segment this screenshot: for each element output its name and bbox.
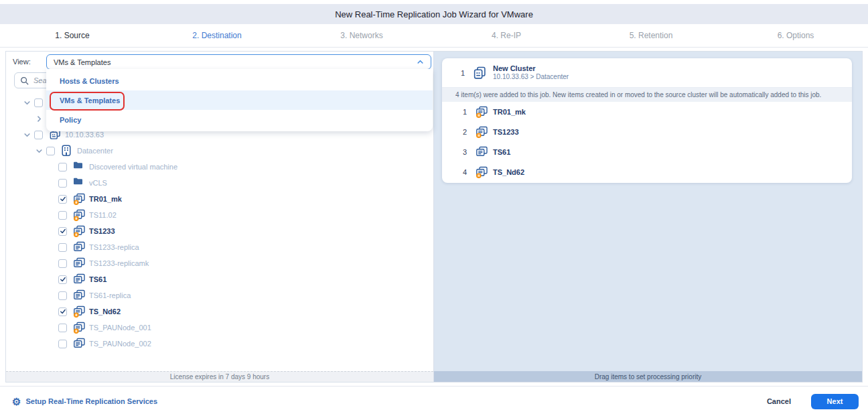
chevron-down-icon[interactable] — [23, 99, 31, 107]
wizard-steps: 1. Source2. Destination3. Networks4. Re-… — [0, 24, 868, 48]
tree-item-label: TR01_mk — [89, 195, 122, 203]
cluster-name: New Cluster — [493, 64, 569, 73]
checkbox-unchecked[interactable] — [58, 259, 67, 268]
vm-icon — [73, 338, 86, 350]
cancel-button[interactable]: Cancel — [767, 397, 791, 405]
dropdown-option-hosts-clusters[interactable]: Hosts & Clusters — [46, 71, 433, 90]
checkbox-unchecked[interactable] — [58, 163, 67, 171]
priority-index: 2 — [458, 128, 472, 136]
vm-paused-icon — [476, 166, 488, 178]
checkbox-checked[interactable] — [58, 275, 67, 284]
view-select-value: VMs & Templates — [54, 58, 417, 66]
vm-paused-icon — [73, 305, 86, 318]
checkbox-unchecked[interactable] — [58, 340, 67, 348]
step-options[interactable]: 6. Options — [723, 24, 868, 47]
tree-item-ts-paunode-002[interactable]: TS_PAUNode_002 — [6, 336, 432, 352]
tree-item-datacenter[interactable]: Datacenter — [6, 143, 432, 159]
source-panel: View: VMs & Templates 10.10.33.63Datacen… — [6, 52, 434, 382]
priority-item-ts1233[interactable]: 2 TS1233 — [442, 122, 852, 142]
checkbox-unchecked[interactable] — [58, 243, 67, 252]
setup-services-link[interactable]: ⚙ Setup Real-Time Replication Services — [12, 397, 157, 407]
cluster-card-header[interactable]: 1 New Cluster 10.10.33.63 > Datacenter — [442, 58, 852, 88]
checkbox-unchecked[interactable] — [46, 147, 55, 155]
priority-index: 3 — [458, 148, 472, 156]
vm-tree: 10.10.33.63DatacenterDiscovered virtual … — [6, 94, 432, 371]
cluster-titles: New Cluster 10.10.33.63 > Datacenter — [493, 64, 569, 81]
priority-item-label: TS61 — [493, 148, 510, 156]
replication-job-wizard: New Real-Time Replication Job Wizard for… — [0, 0, 868, 416]
priority-list: 1 TR01_mk2 TS12333 TS614 TS_Nd62 — [442, 102, 852, 182]
next-button[interactable]: Next — [811, 394, 859, 409]
priority-item-ts61[interactable]: 3 TS61 — [442, 142, 852, 162]
wizard-titlebar: New Real-Time Replication Job Wizard for… — [0, 4, 868, 24]
folder-icon — [73, 161, 86, 173]
vm-icon — [476, 146, 488, 158]
tree-item-ts61-replica[interactable]: TS61-replica — [6, 287, 432, 303]
tree-item-vcls[interactable]: vCLS — [6, 175, 432, 191]
tree-item-label: TS_PAUNode_001 — [89, 324, 151, 332]
priority-item-ts-nd62[interactable]: 4 TS_Nd62 — [442, 162, 852, 182]
step-networks[interactable]: 3. Networks — [289, 24, 434, 47]
checkbox-unchecked[interactable] — [58, 211, 67, 220]
tree-item-label: Discovered virtual machine — [89, 163, 177, 171]
checkbox-unchecked[interactable] — [58, 291, 67, 300]
tree-item-ts11-02[interactable]: TS11.02 — [6, 207, 432, 223]
wizard-content: View: VMs & Templates 10.10.33.63Datacen… — [5, 51, 863, 383]
tree-item-tr01-mk[interactable]: TR01_mk — [6, 191, 432, 207]
dropdown-options: Hosts & ClustersVMs & TemplatesPolicy — [46, 71, 433, 129]
tree-item-ts-paunode-001[interactable]: TS_PAUNode_001 — [6, 320, 432, 336]
checkbox-unchecked[interactable] — [58, 179, 67, 188]
view-label: View: — [13, 58, 31, 66]
step-re-ip[interactable]: 4. Re-IP — [434, 24, 579, 47]
dropdown-option-vms-templates[interactable]: VMs & Templates — [46, 90, 433, 110]
tree-item-label: Datacenter — [77, 147, 113, 155]
checkbox-checked[interactable] — [58, 195, 67, 204]
tree-item-ts1233-replica[interactable]: TS1233-replica — [6, 239, 432, 255]
priority-index: 1 — [458, 108, 472, 116]
tree-item-label: 10.10.33.63 — [65, 131, 104, 139]
checkbox-checked[interactable] — [58, 227, 67, 236]
tree-item-ts-nd62[interactable]: TS_Nd62 — [6, 303, 432, 320]
chevron-up-icon — [417, 58, 424, 66]
cluster-card: 1 New Cluster 10.10.33.63 > Datacenter — [442, 58, 852, 183]
step-retention[interactable]: 5. Retention — [579, 24, 723, 47]
vm-paused-icon — [73, 322, 86, 334]
drag-priority-hint: Drag items to set processing priority — [434, 371, 862, 382]
vm-paused-icon — [476, 106, 488, 118]
tree-item-label: TS_PAUNode_002 — [89, 340, 151, 348]
checkbox-checked[interactable] — [58, 307, 67, 316]
vm-paused-icon — [73, 225, 86, 237]
chevron-right-icon[interactable] — [35, 115, 43, 123]
vm-paused-icon — [73, 193, 86, 205]
tree-item-label: TS61-replica — [89, 291, 131, 299]
view-select[interactable]: VMs & Templates — [46, 54, 431, 70]
tree-item-label: vCLS — [89, 179, 107, 187]
tree-item-label: TS11.02 — [89, 211, 117, 219]
cluster-icon — [473, 66, 488, 80]
tree-item-ts1233[interactable]: TS1233 — [6, 223, 432, 239]
priority-item-tr01-mk[interactable]: 1 TR01_mk — [442, 102, 852, 122]
chevron-down-icon[interactable] — [23, 131, 31, 139]
priority-item-label: TS_Nd62 — [493, 168, 524, 176]
folder-icon — [73, 177, 86, 189]
priority-index: 4 — [458, 168, 472, 176]
tree-item-discovered-virtual-machine[interactable]: Discovered virtual machine — [6, 159, 432, 175]
checkbox-unchecked[interactable] — [34, 131, 43, 139]
items-added-notice: 4 item(s) were added to this job. New it… — [442, 88, 852, 102]
dropdown-option-policy[interactable]: Policy — [46, 110, 433, 129]
checkbox-unchecked[interactable] — [34, 98, 43, 107]
chevron-down-icon[interactable] — [35, 147, 43, 155]
wizard-title: New Real-Time Replication Job Wizard for… — [335, 9, 533, 19]
priority-item-label: TR01_mk — [493, 108, 526, 116]
cluster-path: 10.10.33.63 > Datacenter — [493, 73, 569, 81]
license-text: License expires in 7 days 9 hours — [170, 373, 269, 380]
step-source[interactable]: 1. Source — [0, 24, 145, 47]
tree-item-ts61[interactable]: TS61 — [6, 271, 432, 287]
checkbox-unchecked[interactable] — [58, 324, 67, 332]
search-icon — [20, 76, 29, 85]
gear-icon: ⚙ — [12, 397, 21, 407]
view-row: View: VMs & Templates — [6, 54, 433, 70]
tree-item-label: TS1233-replica — [89, 243, 139, 251]
step-destination[interactable]: 2. Destination — [145, 24, 289, 47]
tree-item-ts1233-replicamk[interactable]: TS1233-replicamk — [6, 255, 432, 271]
